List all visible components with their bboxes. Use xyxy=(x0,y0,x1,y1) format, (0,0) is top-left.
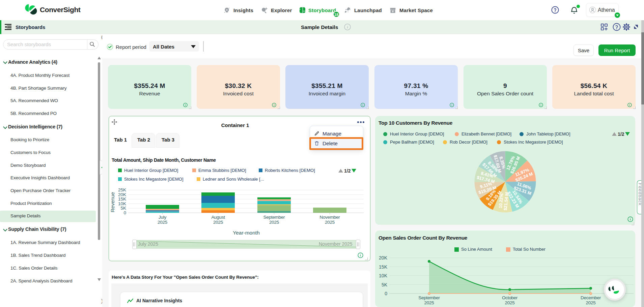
svg-text:August: August xyxy=(211,215,225,220)
svg-text:20K: 20K xyxy=(379,255,388,260)
svg-text:November: November xyxy=(320,215,340,220)
svg-text:15K: 15K xyxy=(379,264,388,270)
svg-text:2025: 2025 xyxy=(424,300,434,305)
svg-text:i: i xyxy=(347,25,348,29)
svg-text:Revenue: Revenue xyxy=(110,192,115,212)
svg-text:5K: 5K xyxy=(382,282,388,287)
svg-text:10K: 10K xyxy=(379,273,388,278)
svg-text:0: 0 xyxy=(385,291,387,296)
svg-text:2025: 2025 xyxy=(269,220,279,225)
svg-text:October: October xyxy=(502,295,518,300)
svg-text:July: July xyxy=(159,215,166,220)
svg-text:2025: 2025 xyxy=(586,300,596,305)
svg-text:December: December xyxy=(581,295,601,300)
svg-text:2025: 2025 xyxy=(158,220,167,225)
svg-text:Year-month: Year-month xyxy=(233,230,260,236)
svg-text:September: September xyxy=(418,295,440,300)
svg-text:2025: 2025 xyxy=(325,220,335,225)
svg-text:September: September xyxy=(263,215,285,220)
svg-text:2025: 2025 xyxy=(213,220,223,225)
svg-text:2025: 2025 xyxy=(505,300,515,305)
svg-text:0: 0 xyxy=(123,210,126,215)
